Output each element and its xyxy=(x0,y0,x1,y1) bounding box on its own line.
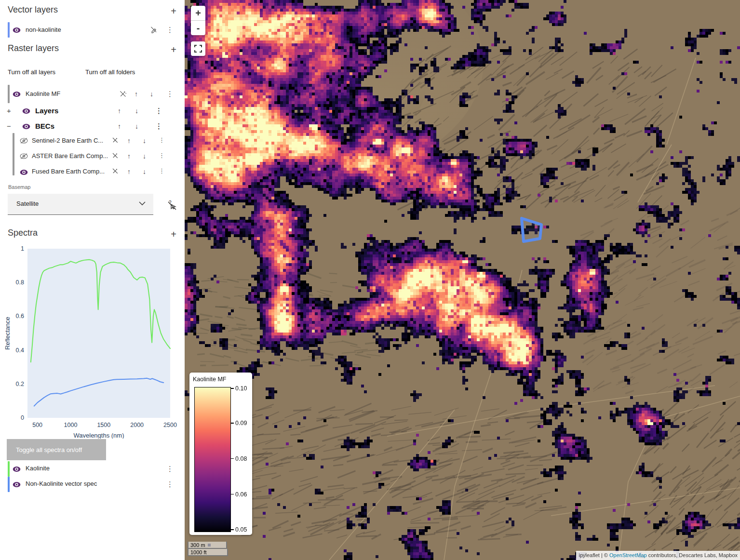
layer-menu-button[interactable]: ⋮ xyxy=(159,152,165,159)
raster-layer-label: Kaolinite MF xyxy=(26,90,60,97)
visibility-eye-icon[interactable] xyxy=(13,481,21,487)
legend-tick xyxy=(231,388,234,389)
move-layer-down-button[interactable]: ↓ xyxy=(143,153,146,160)
raster-layer-row: Kaolinite MF ↑ ↓ ⋮ xyxy=(0,85,185,103)
folder-menu-button[interactable]: ⋮ xyxy=(155,107,162,114)
expand-folder-button[interactable]: + xyxy=(7,107,11,114)
svg-text:0.8: 0.8 xyxy=(16,279,24,286)
basemap-label: Basemap xyxy=(8,184,30,190)
visibility-eye-icon[interactable] xyxy=(13,27,21,33)
legend-tick-label: 0.10 xyxy=(235,385,247,392)
legend-tick-label: 0.05 xyxy=(235,526,247,533)
visibility-eye-icon[interactable] xyxy=(13,91,21,97)
zoom-control: + - xyxy=(191,6,205,35)
scale-metric: 300 m xyxy=(188,542,227,549)
svg-text:2000: 2000 xyxy=(130,422,144,428)
add-vector-layer-button[interactable]: + xyxy=(171,6,176,16)
map-view[interactable]: + - Kaolinite MF 0.100.090.080.060.05 30… xyxy=(185,0,740,560)
turn-off-all-folders-button[interactable]: Turn off all folders xyxy=(85,68,135,76)
zoom-in-button[interactable]: + xyxy=(191,6,205,21)
folder-label: BECs xyxy=(35,122,54,130)
spectrum-label: Kaolinite xyxy=(26,465,50,472)
layer-menu-button[interactable]: ⋮ xyxy=(159,137,165,143)
raster-legend: Kaolinite MF 0.100.090.080.060.05 xyxy=(189,373,252,535)
add-spectrum-button[interactable]: + xyxy=(171,229,176,239)
move-folder-up-button[interactable]: ↑ xyxy=(118,123,121,130)
svg-text:0.4: 0.4 xyxy=(16,347,24,354)
collapse-folder-button[interactable]: − xyxy=(7,122,11,130)
folder-label: Layers xyxy=(35,107,58,115)
visibility-eye-icon[interactable] xyxy=(22,123,30,129)
spectrum-label: Non-Kaolinite vector spec xyxy=(26,480,97,487)
basemap-selected-value: Satellite xyxy=(16,200,39,207)
svg-text:0: 0 xyxy=(21,414,24,421)
visibility-eye-icon[interactable] xyxy=(13,466,21,472)
visibility-eye-icon[interactable] xyxy=(20,169,28,175)
move-folder-down-button[interactable]: ↓ xyxy=(135,123,138,130)
turn-off-all-layers-button[interactable]: Turn off all layers xyxy=(8,68,55,76)
folder-menu-button[interactable]: ⋮ xyxy=(155,122,162,130)
edit-pen-off-icon[interactable] xyxy=(149,26,158,34)
legend-colorbar xyxy=(194,387,231,532)
layer-menu-button[interactable]: ⋮ xyxy=(159,168,165,174)
scale-control: 300 m 1000 ft xyxy=(188,542,228,556)
spectrum-menu-button[interactable]: ⋮ xyxy=(166,465,174,472)
vector-layer-row: non-kaolinite ⋮ xyxy=(0,22,185,38)
move-folder-down-button[interactable]: ↓ xyxy=(135,107,138,114)
autostretch-wand-off-icon[interactable] xyxy=(111,167,120,175)
raster-layers-title: Raster layers xyxy=(8,43,59,53)
bec-child-row: Sentinel-2 Bare Earth C... ↑ ↓ ⋮ xyxy=(0,133,185,149)
move-layer-down-button[interactable]: ↓ xyxy=(143,168,146,175)
svg-text:1500: 1500 xyxy=(97,422,110,428)
scale-imperial: 1000 ft xyxy=(188,549,228,556)
legend-tick-label: 0.06 xyxy=(235,491,247,498)
move-layer-down-button[interactable]: ↓ xyxy=(143,137,146,144)
autostretch-wand-off-icon[interactable] xyxy=(111,152,120,160)
move-layer-up-button[interactable]: ↑ xyxy=(127,137,131,144)
svg-text:1: 1 xyxy=(21,245,24,252)
legend-tick-label: 0.08 xyxy=(235,455,247,462)
map-attribution: ipyleaflet | © OpenStreetMap contributor… xyxy=(576,551,740,560)
bec-child-row: Fused Bare Earth Comp... ↑ ↓ ⋮ xyxy=(0,164,185,180)
visibility-eye-icon[interactable] xyxy=(22,107,30,114)
spectrum-accent-bar xyxy=(8,477,10,492)
visibility-eye-off-icon[interactable] xyxy=(20,153,28,159)
raster-accent-bar xyxy=(8,85,10,103)
basemap-select[interactable]: Satellite xyxy=(8,194,153,215)
chevron-down-icon xyxy=(139,201,146,206)
openstreetmap-link[interactable]: OpenStreetMap xyxy=(609,552,647,558)
satellite-raster-canvas[interactable] xyxy=(185,0,740,560)
legend-tick xyxy=(231,529,234,530)
spectrum-menu-button[interactable]: ⋮ xyxy=(166,480,174,488)
svg-text:0.2: 0.2 xyxy=(16,381,24,387)
visibility-eye-off-icon[interactable] xyxy=(20,137,28,144)
move-layer-up-button[interactable]: ↑ xyxy=(135,91,138,97)
app-root: Vector layers + non-kaolinite ⋮ Raster l… xyxy=(0,0,740,560)
identify-tool-off-icon[interactable]: ? xyxy=(166,200,178,211)
spectrum-accent-bar xyxy=(8,461,10,477)
fullscreen-button[interactable] xyxy=(191,41,205,56)
vector-layers-title: Vector layers xyxy=(8,5,58,15)
raster-layer-menu-button[interactable]: ⋮ xyxy=(166,90,174,97)
move-layer-up-button[interactable]: ↑ xyxy=(127,168,131,175)
move-layer-down-button[interactable]: ↓ xyxy=(150,91,153,97)
add-raster-layer-button[interactable]: + xyxy=(171,45,176,54)
bec-child-label: ASTER Bare Earth Comp... xyxy=(32,152,108,160)
toggle-all-spectra-button[interactable]: Toggle all spectra on/off xyxy=(7,439,106,460)
attribution-prefix: ipyleaflet | © xyxy=(579,552,609,558)
autostretch-wand-off-icon[interactable] xyxy=(119,90,127,98)
bec-child-row: ASTER Bare Earth Comp... ↑ ↓ ⋮ xyxy=(0,149,185,164)
bec-child-label: Fused Bare Earth Comp... xyxy=(32,168,105,175)
move-folder-up-button[interactable]: ↑ xyxy=(118,107,121,114)
spectra-title: Spectra xyxy=(8,228,38,238)
legend-tick xyxy=(231,494,234,495)
spectra-chart: 00.20.40.60.815001000150020002500Reflect… xyxy=(0,243,185,439)
svg-text:Reflectance: Reflectance xyxy=(4,317,11,350)
svg-text:2500: 2500 xyxy=(163,422,177,428)
move-layer-up-button[interactable]: ↑ xyxy=(127,153,131,160)
zoom-out-button[interactable]: - xyxy=(191,21,205,35)
spectrum-row: Kaolinite ⋮ xyxy=(0,461,185,477)
vector-layer-menu-button[interactable]: ⋮ xyxy=(166,26,174,33)
autostretch-wand-off-icon[interactable] xyxy=(111,136,120,145)
legend-tick xyxy=(231,423,234,424)
